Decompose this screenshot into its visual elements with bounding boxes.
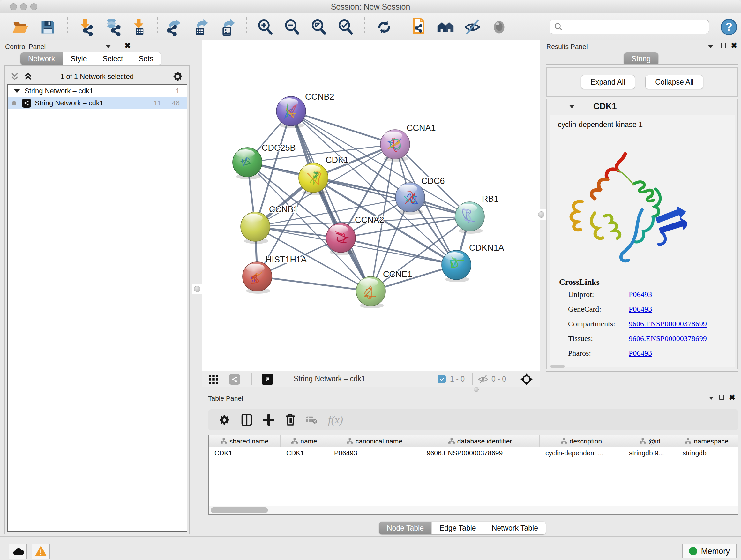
- right-splitter[interactable]: [540, 40, 542, 371]
- import-table-file-icon[interactable]: [130, 18, 148, 36]
- toggle-columns-icon[interactable]: [241, 414, 252, 426]
- crosslink-row: Uniprot:P06493: [568, 287, 735, 302]
- column-header--id[interactable]: @id: [623, 435, 677, 447]
- network-node-cdc6[interactable]: [395, 183, 425, 214]
- table-horizontal-scrollbar-thumb[interactable]: [211, 507, 268, 513]
- warning-icon: [35, 546, 47, 557]
- tab-edge-table[interactable]: Edge Table: [431, 522, 484, 535]
- grid-view-icon[interactable]: [209, 374, 218, 384]
- column-tree-icon: [685, 438, 691, 444]
- network-row[interactable]: String Network – cdk1 11 48: [8, 97, 187, 109]
- tab-sets[interactable]: Sets: [131, 52, 161, 65]
- control-panel-menu-icon[interactable]: [105, 45, 111, 48]
- tab-style[interactable]: Style: [63, 52, 94, 65]
- share-network-icon[interactable]: [229, 374, 240, 385]
- collection-expander-icon[interactable]: [14, 89, 20, 93]
- control-panel-close-icon[interactable]: ✖: [125, 43, 131, 48]
- node-gloss-highlight: [360, 278, 378, 287]
- show-graphics-details-icon[interactable]: [490, 18, 508, 36]
- column-header-description[interactable]: description: [540, 435, 623, 447]
- delete-column-icon[interactable]: [285, 414, 295, 426]
- memory-label: Memory: [701, 547, 730, 556]
- table-panel-menu-icon[interactable]: [709, 397, 714, 400]
- network-node-cdk1[interactable]: [299, 163, 328, 195]
- gene-section-header[interactable]: CDK1: [547, 99, 738, 114]
- network-canvas[interactable]: CCNB2CCNA1CDC25BCDK1CDC6RB1CCNB1CCNA2CDK…: [202, 40, 540, 371]
- table-row[interactable]: CDK1CDK1P064939606.ENSP00000378699cyclin…: [209, 447, 738, 459]
- results-scrollbar-thumb[interactable]: [550, 365, 564, 368]
- network-edge[interactable]: [257, 276, 371, 291]
- tab-string[interactable]: String: [624, 52, 658, 65]
- crosslink-link[interactable]: P06493: [629, 290, 652, 299]
- column-tree-icon: [448, 438, 455, 444]
- column-header-namespace[interactable]: namespace: [677, 435, 737, 447]
- node-table: shared namenamecanonical namedatabase id…: [208, 435, 738, 515]
- network-edge-count: 48: [172, 99, 180, 107]
- tab-network-table[interactable]: Network Table: [484, 522, 546, 535]
- column-header-shared-name[interactable]: shared name: [209, 435, 280, 447]
- table-settings-gear-icon[interactable]: [219, 414, 230, 426]
- refresh-icon[interactable]: [375, 18, 393, 36]
- search-input[interactable]: [566, 21, 709, 33]
- column-tree-icon: [220, 438, 227, 444]
- warning-button[interactable]: [32, 544, 50, 559]
- open-file-icon[interactable]: [11, 18, 29, 36]
- import-network-file-icon[interactable]: [77, 18, 94, 36]
- hide-graphics-details-icon[interactable]: [463, 18, 481, 36]
- column-header-database-identifier[interactable]: database identifier: [421, 435, 540, 447]
- table-panel-close-icon[interactable]: ✖: [729, 395, 735, 400]
- network-node-cdkn1a[interactable]: [442, 250, 471, 282]
- import-network-database-icon[interactable]: [104, 18, 121, 36]
- network-edge[interactable]: [291, 111, 395, 144]
- tab-network[interactable]: Network: [20, 52, 63, 65]
- zoom-in-icon[interactable]: [256, 18, 274, 36]
- column-header-name[interactable]: name: [280, 435, 328, 447]
- results-panel-float-icon[interactable]: [721, 43, 726, 48]
- zoom-out-icon[interactable]: [283, 18, 300, 36]
- results-panel-close-icon[interactable]: ✖: [731, 43, 737, 48]
- control-panel-float-icon[interactable]: [116, 43, 120, 48]
- gene-expander-icon[interactable]: [569, 105, 575, 108]
- birdseye-view-icon[interactable]: [262, 374, 273, 385]
- selected-checkbox[interactable]: [438, 375, 446, 383]
- crosslink-link[interactable]: P06493: [629, 305, 652, 313]
- horizontal-splitter-handle[interactable]: [474, 387, 479, 392]
- left-splitter-handle[interactable]: [192, 284, 203, 294]
- add-column-icon[interactable]: [263, 414, 274, 426]
- table-horizontal-scrollbar[interactable]: [209, 506, 738, 514]
- column-header-canonical-name[interactable]: canonical name: [328, 435, 421, 447]
- network-collection-row[interactable]: String Network – cdk1 1: [8, 85, 187, 97]
- crosshair-icon[interactable]: [520, 373, 533, 386]
- crosslink-link[interactable]: 9606.ENSP00000378699: [629, 320, 707, 328]
- network-options-gear-icon[interactable]: [173, 71, 184, 82]
- table-cell: stringdb:9...: [623, 447, 677, 459]
- zoom-selected-icon[interactable]: [336, 18, 354, 36]
- results-panel-menu-icon[interactable]: [708, 45, 714, 48]
- export-network-icon[interactable]: [165, 18, 183, 36]
- string-document-icon[interactable]: [410, 18, 428, 36]
- cloud-button[interactable]: [9, 544, 27, 559]
- left-splitter[interactable]: [193, 40, 202, 371]
- export-table-icon[interactable]: [192, 18, 210, 36]
- network-node-ccne1[interactable]: [356, 276, 386, 308]
- tab-node-table[interactable]: Node Table: [379, 522, 431, 535]
- crosslink-link[interactable]: 9606.ENSP00000378699: [629, 334, 707, 343]
- network-node-ccna1[interactable]: [381, 130, 410, 162]
- save-session-icon[interactable]: [39, 18, 57, 36]
- zoom-fit-icon[interactable]: [310, 18, 327, 36]
- network-node-cdc25b[interactable]: [232, 147, 262, 179]
- memory-button[interactable]: Memory: [682, 544, 737, 558]
- table-panel-float-icon[interactable]: [719, 395, 724, 400]
- expand-all-button[interactable]: Expand All: [581, 75, 635, 89]
- export-image-icon[interactable]: [219, 18, 237, 36]
- network-edge[interactable]: [341, 238, 456, 265]
- network-node-rb1[interactable]: [455, 202, 484, 234]
- crosslink-link[interactable]: P06493: [629, 349, 652, 357]
- horizontal-splitter[interactable]: [202, 387, 741, 393]
- help-icon[interactable]: ?: [720, 18, 738, 36]
- network-node-hist1h1a[interactable]: [243, 262, 272, 294]
- collapse-all-button[interactable]: Collapse All: [645, 75, 703, 89]
- network-node-ccnb1[interactable]: [241, 212, 270, 244]
- tab-select[interactable]: Select: [95, 52, 131, 65]
- homes-icon[interactable]: [436, 18, 455, 36]
